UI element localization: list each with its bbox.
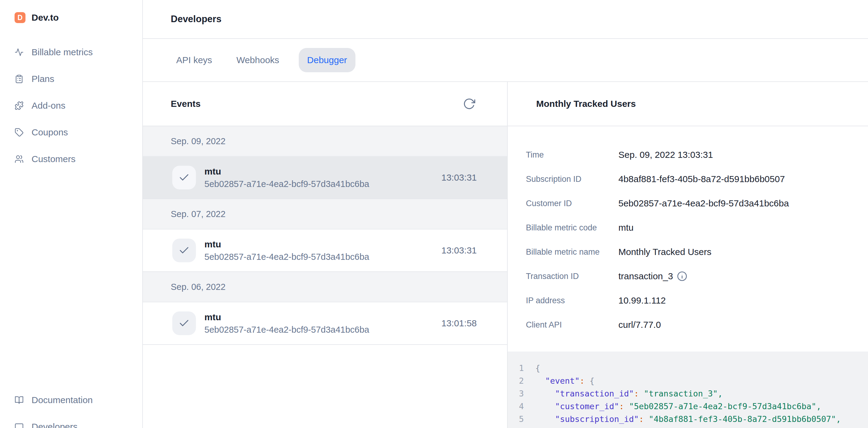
detail-fields: Time Sep. 09, 2022 13:03:31 Subscription… (508, 126, 868, 351)
debugger-content: Events Sep. 09, 2022 mtu 5eb (143, 82, 868, 428)
field-value: mtu (618, 223, 633, 233)
info-icon[interactable] (677, 271, 687, 282)
event-meta: mtu 5eb02857-a71e-4ea2-bcf9-57d3a41bc6ba (205, 312, 369, 335)
code-line: 3 "transaction_id": "transaction_3", (519, 387, 868, 400)
field-label: Billable metric code (526, 223, 618, 232)
field-label: Transaction ID (526, 272, 618, 281)
check-icon (178, 317, 190, 329)
sidebar-item-label: Coupons (32, 127, 68, 138)
code-line: 1{ (519, 362, 868, 375)
field-label: IP address (526, 296, 618, 305)
field-value: transaction_3 (618, 271, 687, 282)
refresh-button[interactable] (463, 97, 475, 110)
sidebar-item-label: Customers (32, 154, 75, 164)
sidebar-item-label: Billable metrics (32, 47, 93, 57)
org-initial: D (18, 13, 23, 22)
puzzle-icon (14, 101, 24, 110)
tab-bar: API keys Webhooks Debugger (143, 39, 868, 82)
sidebar-item-label: Add-ons (32, 101, 65, 111)
field-row-transaction-id: Transaction ID transaction_3 (526, 264, 856, 288)
line-number: 3 (519, 387, 528, 400)
check-icon (178, 245, 190, 256)
sidebar: D Dev.to Billable metrics Plans Add-ons (0, 0, 143, 428)
event-date-label: Sep. 07, 2022 (171, 209, 226, 219)
org-logo: D (14, 12, 26, 23)
event-name: mtu (205, 312, 369, 322)
event-row[interactable]: mtu 5eb02857-a71e-4ea2-bcf9-57d3a41bc6ba… (143, 229, 507, 272)
field-row-time: Time Sep. 09, 2022 13:03:31 (526, 143, 856, 167)
sidebar-item-customers[interactable]: Customers (0, 146, 142, 172)
code-line: 5 "subscription_id": "4b8af881-fef3-405b… (519, 413, 868, 426)
org-name: Dev.to (32, 12, 59, 23)
sidebar-item-add-ons[interactable]: Add-ons (0, 92, 142, 119)
events-header: Events (143, 82, 507, 126)
check-icon (178, 172, 190, 183)
event-id: 5eb02857-a71e-4ea2-bcf9-57d3a41bc6ba (205, 179, 369, 189)
sidebar-item-label: Developers (32, 422, 78, 428)
event-name: mtu (205, 166, 369, 177)
event-name: mtu (205, 239, 369, 250)
event-avatar (172, 166, 196, 190)
book-open-icon (14, 396, 24, 405)
event-id: 5eb02857-a71e-4ea2-bcf9-57d3a41bc6ba (205, 252, 369, 262)
sidebar-nav: Billable metrics Plans Add-ons Coupons C… (0, 39, 142, 172)
field-label: Billable metric name (526, 248, 618, 257)
event-row[interactable]: mtu 5eb02857-a71e-4ea2-bcf9-57d3a41bc6ba… (143, 302, 507, 345)
refresh-icon (463, 97, 475, 110)
sidebar-item-billable-metrics[interactable]: Billable metrics (0, 39, 142, 65)
field-value: curl/7.77.0 (618, 320, 661, 330)
code-line: 4 "customer_id": "5eb02857-a71e-4ea2-bcf… (519, 400, 868, 413)
event-date-label: Sep. 09, 2022 (171, 136, 226, 146)
field-value: 5eb02857-a71e-4ea2-bcf9-57d3a41bc6ba (618, 198, 789, 208)
line-number: 1 (519, 362, 528, 375)
sidebar-item-label: Documentation (32, 395, 93, 405)
line-number: 5 (519, 413, 528, 426)
users-icon (14, 154, 24, 164)
event-time: 13:03:31 (441, 172, 477, 183)
event-date-band: Sep. 06, 2022 (143, 272, 507, 302)
field-label: Customer ID (526, 199, 618, 208)
field-row-subscription-id: Subscription ID 4b8af881-fef3-405b-8a72-… (526, 167, 856, 191)
event-time: 13:01:58 (441, 318, 477, 329)
org-switcher[interactable]: D Dev.to (0, 0, 142, 23)
event-detail-panel: Monthly Tracked Users Time Sep. 09, 2022… (508, 82, 868, 428)
sidebar-item-developers[interactable]: Developers (0, 413, 142, 428)
field-value: 4b8af881-fef3-405b-8a72-d591bb6b0507 (618, 174, 785, 184)
field-row-client-api: Client API curl/7.77.0 (526, 313, 856, 337)
event-payload-code-block: 1{ 2 "event": { 3 "transaction_id": "tra… (508, 351, 868, 428)
event-meta: mtu 5eb02857-a71e-4ea2-bcf9-57d3a41bc6ba (205, 166, 369, 189)
transaction-id-value: transaction_3 (618, 271, 673, 281)
event-date-band: Sep. 09, 2022 (143, 126, 507, 156)
main-area: Developers API keys Webhooks Debugger Ev… (143, 0, 868, 428)
tab-webhooks[interactable]: Webhooks (231, 48, 284, 72)
event-meta: mtu 5eb02857-a71e-4ea2-bcf9-57d3a41bc6ba (205, 239, 369, 262)
tag-icon (14, 128, 24, 137)
event-date-label: Sep. 06, 2022 (171, 282, 226, 292)
event-row[interactable]: mtu 5eb02857-a71e-4ea2-bcf9-57d3a41bc6ba… (143, 156, 507, 199)
code-line: 2 "event": { (519, 375, 868, 387)
sidebar-item-plans[interactable]: Plans (0, 65, 142, 92)
event-date-band: Sep. 07, 2022 (143, 199, 507, 229)
field-label: Time (526, 150, 618, 160)
clipboard-list-icon (14, 74, 24, 84)
page-header: Developers (143, 0, 868, 39)
detail-title: Monthly Tracked Users (536, 98, 636, 109)
event-avatar (172, 238, 196, 262)
sidebar-item-label: Plans (32, 74, 54, 84)
activity-icon (14, 48, 24, 57)
tab-api-keys[interactable]: API keys (172, 48, 217, 72)
event-id: 5eb02857-a71e-4ea2-bcf9-57d3a41bc6ba (205, 325, 369, 335)
field-row-customer-id: Customer ID 5eb02857-a71e-4ea2-bcf9-57d3… (526, 191, 856, 216)
line-number: 2 (519, 375, 528, 387)
sidebar-item-coupons[interactable]: Coupons (0, 119, 142, 146)
event-avatar (172, 311, 196, 335)
field-value: Sep. 09, 2022 13:03:31 (618, 150, 713, 160)
page-title: Developers (171, 13, 221, 25)
line-number: 4 (519, 400, 528, 413)
detail-header: Monthly Tracked Users (508, 82, 868, 126)
sidebar-footer-nav: Documentation Developers (0, 387, 142, 428)
tab-debugger[interactable]: Debugger (299, 48, 356, 72)
app-window-icon (14, 422, 24, 428)
sidebar-item-documentation[interactable]: Documentation (0, 387, 142, 413)
events-title: Events (171, 98, 200, 109)
